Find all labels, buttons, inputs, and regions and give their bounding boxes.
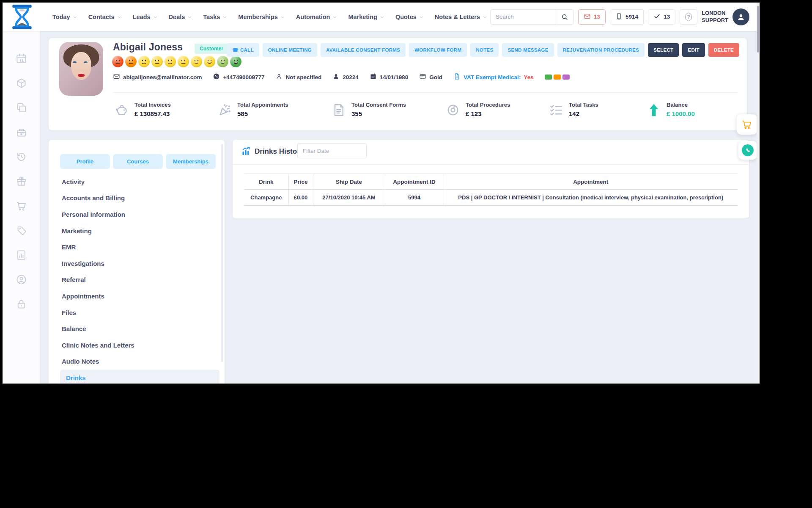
menu-item-appointments[interactable]: Appointments bbox=[49, 288, 225, 304]
nav-item-automation[interactable]: Automation bbox=[296, 14, 338, 20]
delete-button[interactable]: DELETE bbox=[708, 43, 739, 57]
nav-item-tasks[interactable]: Tasks bbox=[203, 14, 228, 20]
drinks-table-row[interactable]: Champagne£0.0027/10/2020 10:45 AM5994PDS… bbox=[244, 190, 738, 206]
till-icon[interactable] bbox=[16, 127, 27, 138]
page-scrollbar[interactable] bbox=[757, 3, 760, 384]
contact-phone-circle: +447490009777 bbox=[213, 73, 264, 81]
gift-icon[interactable] bbox=[16, 176, 27, 187]
contact-card: Gold bbox=[419, 73, 442, 81]
calendar-icon[interactable] bbox=[16, 53, 27, 64]
search-icon[interactable] bbox=[555, 9, 573, 25]
column-header-appointment-id: Appointment ID bbox=[385, 174, 444, 190]
menu-item-marketing[interactable]: Marketing bbox=[49, 223, 225, 239]
mood-3-face-icon[interactable] bbox=[138, 56, 150, 67]
workflow-form-button[interactable]: WORKFLOW FORM bbox=[409, 43, 467, 57]
report-icon[interactable] bbox=[16, 249, 27, 261]
floating-cart-button[interactable] bbox=[737, 114, 757, 135]
notes-button[interactable]: NOTES bbox=[470, 43, 499, 57]
menu-item-personal-information[interactable]: Personal Information bbox=[49, 206, 225, 223]
mood-2-face-icon[interactable] bbox=[125, 56, 137, 67]
tab-profile[interactable]: Profile bbox=[60, 154, 110, 169]
mood-7-face-icon[interactable] bbox=[191, 56, 202, 67]
mail-icon bbox=[584, 13, 591, 21]
menu-item-activity[interactable]: Activity bbox=[49, 174, 225, 190]
contact-value: abigailjones@mailinator.com bbox=[123, 74, 202, 80]
mood-6-face-icon[interactable] bbox=[178, 56, 189, 67]
tab-courses[interactable]: Courses bbox=[113, 154, 163, 169]
stat-label: Total Procedures bbox=[466, 102, 510, 108]
menu-item-clinic-notes-and-letters[interactable]: Clinic Notes and Letters bbox=[49, 337, 225, 353]
top-header: TodayContactsLeadsDealsTasksMembershipsA… bbox=[3, 3, 760, 31]
mood-1-face-icon[interactable] bbox=[112, 56, 123, 67]
cart-icon[interactable] bbox=[16, 200, 27, 212]
menu-item-emr[interactable]: EMR bbox=[49, 239, 225, 255]
rejuvenation-procedures-button[interactable]: REJUVENATION PROCEDURES bbox=[557, 43, 645, 57]
menu-item-drinks[interactable]: Drinks bbox=[60, 370, 219, 384]
nav-item-deals[interactable]: Deals bbox=[169, 14, 193, 20]
tab-memberships[interactable]: Memberships bbox=[166, 154, 216, 169]
stat-label: Total Consent Forms bbox=[351, 102, 406, 108]
mood-8-face-icon[interactable] bbox=[204, 56, 215, 67]
tasks-button[interactable]: 13 bbox=[648, 9, 675, 25]
app-window: TodayContactsLeadsDealsTasksMembershipsA… bbox=[3, 3, 760, 384]
client-photo[interactable] bbox=[59, 42, 103, 96]
history-icon[interactable] bbox=[16, 151, 27, 163]
duplicate-icon[interactable] bbox=[16, 102, 27, 113]
lock-icon[interactable] bbox=[16, 298, 27, 310]
nav-item-marketing[interactable]: Marketing bbox=[348, 14, 385, 20]
mail-notifications-button[interactable]: 13 bbox=[578, 9, 606, 25]
tasks-icon bbox=[549, 102, 564, 118]
sms-credits-button[interactable]: 5914 bbox=[610, 9, 644, 25]
send-message-button[interactable]: SEND MESSAGE bbox=[502, 43, 554, 57]
nav-label: Leads bbox=[133, 14, 151, 20]
user-avatar[interactable] bbox=[732, 8, 749, 25]
sms-badge-count: 5914 bbox=[625, 14, 638, 20]
card-icon bbox=[419, 73, 426, 81]
nav-item-notes-letters[interactable]: Notes & Letters bbox=[435, 14, 488, 20]
menu-item-investigations[interactable]: Investigations bbox=[49, 255, 225, 272]
menu-item-referral[interactable]: Referral bbox=[49, 272, 225, 288]
app-logo-hourglass-icon[interactable] bbox=[11, 5, 33, 29]
nav-item-memberships[interactable]: Memberships bbox=[238, 14, 285, 20]
call-button[interactable]: ☎CALL bbox=[227, 43, 259, 57]
select-button[interactable]: SELECT bbox=[648, 43, 679, 57]
mobile-icon bbox=[615, 13, 623, 21]
mood-9-face-icon[interactable] bbox=[217, 56, 228, 67]
account-icon[interactable] bbox=[16, 274, 27, 285]
search-input[interactable] bbox=[491, 14, 555, 20]
calendar-filled-icon bbox=[370, 73, 377, 81]
tag-swatch-2[interactable] bbox=[554, 75, 561, 80]
menu-item-files[interactable]: Files bbox=[49, 304, 225, 321]
stat-value: 355 bbox=[351, 110, 406, 117]
filter-date-input[interactable] bbox=[297, 143, 367, 158]
tag-swatch-1[interactable] bbox=[545, 75, 552, 80]
edit-button[interactable]: EDIT bbox=[682, 43, 705, 57]
help-button[interactable]: ? bbox=[680, 9, 697, 25]
drinks-table: DrinkPriceShip DateAppointment IDAppoint… bbox=[244, 174, 738, 206]
nav-item-contacts[interactable]: Contacts bbox=[88, 14, 122, 20]
floating-call-button[interactable] bbox=[738, 141, 757, 160]
menu-item-accounts-and-billing[interactable]: Accounts and Billing bbox=[49, 190, 225, 207]
tag-swatch-3[interactable] bbox=[562, 75, 570, 80]
stat-total-tasks: Total Tasks 142 bbox=[549, 102, 598, 118]
menu-item-audio-notes[interactable]: Audio Notes bbox=[49, 353, 225, 370]
nav-label: Deals bbox=[169, 14, 185, 20]
stat-total-procedures: Total Procedures £ 123 bbox=[445, 102, 510, 118]
mood-10-face-icon[interactable] bbox=[230, 56, 241, 67]
vat-label: VAT Exempt Medical: bbox=[464, 74, 521, 80]
tag-icon[interactable] bbox=[16, 225, 27, 236]
available-consent-forms-button[interactable]: AVAILABLE CONSENT FORMS bbox=[321, 43, 406, 57]
mood-4-face-icon[interactable] bbox=[151, 56, 163, 67]
mood-5-face-icon[interactable] bbox=[165, 56, 176, 67]
package-icon[interactable] bbox=[16, 77, 27, 89]
nav-item-today[interactable]: Today bbox=[52, 14, 78, 20]
page-scrollbar-thumb[interactable] bbox=[757, 6, 759, 52]
table-cell: 5994 bbox=[385, 190, 444, 206]
nav-item-quotes[interactable]: Quotes bbox=[395, 14, 424, 20]
left-icon-sidebar bbox=[3, 31, 40, 384]
panel-scrollbar[interactable] bbox=[221, 144, 223, 362]
chevron-down-icon bbox=[72, 14, 78, 20]
menu-item-balance[interactable]: Balance bbox=[49, 320, 225, 337]
online-meeting-button[interactable]: ONLINE MEETING bbox=[263, 43, 317, 57]
nav-item-leads[interactable]: Leads bbox=[133, 14, 158, 20]
